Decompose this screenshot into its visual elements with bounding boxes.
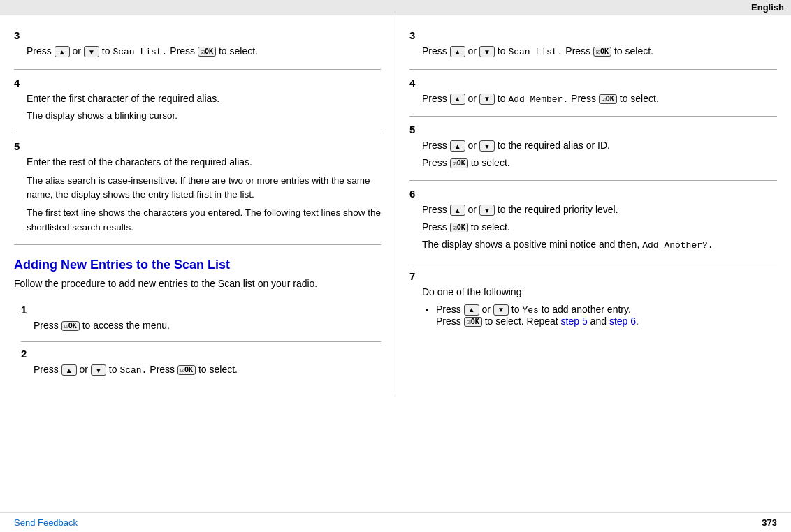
left-step-3: 3 Press or to Scan List. Press ☑OK to se…: [14, 22, 381, 70]
right-step7-list: Press or to Yes to add another entry. Pr…: [436, 304, 777, 327]
ok-icon-r4: ☑OK: [599, 94, 617, 104]
left-step5-number: 5: [14, 140, 381, 152]
section-heading-block: Adding New Entries to the Scan List Foll…: [14, 258, 381, 291]
right-step3-mono: Scan List.: [508, 47, 563, 57]
up-arrow-icon-r4: [450, 94, 465, 105]
down-arrow-icon-r7: [493, 304, 509, 316]
left-substep1-number: 1: [21, 304, 381, 316]
bottom-bar: Send Feedback 373: [0, 512, 791, 532]
ok-icon-substep1: ☑OK: [61, 321, 80, 331]
down-arrow-icon-r5: [479, 140, 495, 152]
section-intro: Follow the procedure to add new entries …: [14, 276, 381, 291]
step5-link[interactable]: step 5: [561, 316, 588, 327]
right-step4-content: Press or to Add Member. Press ☑OK to sel…: [422, 91, 777, 107]
down-arrow-icon-2: [91, 364, 106, 376]
left-step5-line3: The first text line shows the characters…: [27, 206, 381, 235]
right-step7-bullet1: Press or to Yes to add another entry. Pr…: [436, 304, 777, 327]
down-arrow-icon-r6: [479, 205, 495, 216]
left-substep2-line: Press or to Scan. Press ☑OK to select.: [34, 362, 381, 378]
right-step5-content: Press or to the required alias or ID. Pr…: [422, 138, 777, 170]
right-step5-number: 5: [409, 124, 777, 135]
down-arrow-icon-r4: [479, 94, 495, 105]
up-arrow-icon-r3: [450, 46, 465, 57]
left-substep1-line: Press ☑OK to access the menu.: [34, 318, 381, 333]
right-column: 3 Press or to Scan List. Press ☑OK to se…: [396, 15, 791, 392]
left-substep2-number: 2: [21, 348, 381, 360]
down-arrow-icon-r3: [479, 46, 495, 57]
right-step7-number: 7: [409, 270, 777, 282]
left-step3-mono: Scan List.: [113, 47, 167, 57]
right-step4-number: 4: [409, 77, 777, 89]
left-step4-content: Enter the first character of the require…: [27, 91, 381, 123]
left-substep2-mono: Scan.: [119, 365, 147, 376]
right-step-5: 5 Press or to the required alias or ID. …: [409, 117, 777, 181]
right-step6-content: Press or to the required priority level.…: [422, 202, 777, 253]
left-step-4: 4 Enter the first character of the requi…: [14, 70, 381, 133]
ok-icon-r6: ☑OK: [450, 223, 468, 232]
right-step3-line: Press or to Scan List. Press ☑OK to sele…: [422, 44, 777, 59]
left-step3-or: or: [73, 45, 81, 57]
top-bar: English: [0, 0, 791, 15]
step6-link[interactable]: step 6: [609, 316, 636, 327]
content-area: 3 Press or to Scan List. Press ☑OK to se…: [0, 15, 791, 392]
right-step3-number: 3: [409, 29, 777, 41]
left-step4-line2: The display shows a blinking cursor.: [27, 109, 381, 123]
right-step6-line3: The display shows a positive mini notice…: [422, 237, 777, 253]
up-arrow-icon-2: [61, 364, 77, 376]
language-label: English: [751, 2, 784, 13]
right-step6-line1: Press or to the required priority level.: [422, 202, 777, 217]
down-arrow-icon: [84, 46, 99, 57]
right-step-6: 6 Press or to the required priority leve…: [409, 181, 777, 263]
left-step-5: 5 Enter the rest of the characters of th…: [14, 133, 381, 245]
page-number: 373: [762, 517, 777, 528]
right-step5-line1: Press or to the required alias or ID.: [422, 138, 777, 153]
left-step3-number: 3: [14, 29, 381, 41]
up-arrow-icon: [55, 46, 70, 57]
up-arrow-icon-r5: [450, 140, 465, 152]
right-step6-number: 6: [409, 188, 777, 200]
left-step5-line2: The alias search is case-insensitive. If…: [27, 174, 381, 202]
send-feedback-link[interactable]: Send Feedback: [14, 517, 78, 528]
section-heading: Adding New Entries to the Scan List: [14, 258, 381, 272]
left-step3-line: Press or to Scan List. Press ☑OK to sele…: [27, 44, 381, 59]
left-step5-line1: Enter the rest of the characters of the …: [27, 155, 381, 170]
left-step4-number: 4: [14, 77, 381, 89]
left-step4-line1: Enter the first character of the require…: [27, 91, 381, 106]
up-arrow-icon-r7: [464, 304, 479, 316]
left-substep2-content: Press or to Scan. Press ☑OK to select.: [34, 362, 381, 378]
right-step3-content: Press or to Scan List. Press ☑OK to sele…: [422, 44, 777, 59]
left-substep2-or: or: [80, 364, 88, 375]
right-step-3: 3 Press or to Scan List. Press ☑OK to se…: [409, 22, 777, 70]
left-substep1-rest: to access the menu.: [82, 320, 170, 331]
ok-icon-r7: ☑OK: [464, 317, 482, 327]
ok-icon-substep2: ☑OK: [177, 365, 196, 375]
right-step7-content: Do one of the following: Press or to Yes…: [422, 285, 777, 327]
left-step5-content: Enter the rest of the characters of the …: [27, 155, 381, 235]
left-column: 3 Press or to Scan List. Press ☑OK to se…: [0, 15, 396, 392]
right-step7-line1: Do one of the following:: [422, 285, 777, 300]
right-step4-line: Press or to Add Member. Press ☑OK to sel…: [422, 91, 777, 107]
ok-icon-r3: ☑OK: [593, 47, 611, 57]
right-step5-line2: Press ☑OK to select.: [422, 156, 777, 170]
right-step6-line2: Press ☑OK to select.: [422, 220, 777, 235]
left-step3-content: Press or to Scan List. Press ☑OK to sele…: [27, 44, 381, 59]
left-substep-1: 1 Press ☑OK to access the menu.: [21, 298, 381, 342]
ok-button-icon-left3: ☑OK: [198, 47, 216, 57]
right-step6-mono: Add Another?.: [642, 240, 713, 251]
up-arrow-icon-r6: [450, 205, 465, 216]
nested-steps: 1 Press ☑OK to access the menu. 2 Press …: [21, 298, 381, 386]
left-substep-2: 2 Press or to Scan. Press ☑OK to select.: [21, 342, 381, 386]
right-step4-mono: Add Member.: [508, 94, 568, 105]
right-step7-yes-mono: Yes: [522, 305, 538, 316]
right-step-7: 7 Do one of the following: Press or to Y…: [409, 263, 777, 337]
right-step-4: 4 Press or to Add Member. Press ☑OK to s…: [409, 70, 777, 117]
left-substep1-content: Press ☑OK to access the menu.: [34, 318, 381, 333]
ok-icon-r5: ☑OK: [450, 158, 468, 168]
